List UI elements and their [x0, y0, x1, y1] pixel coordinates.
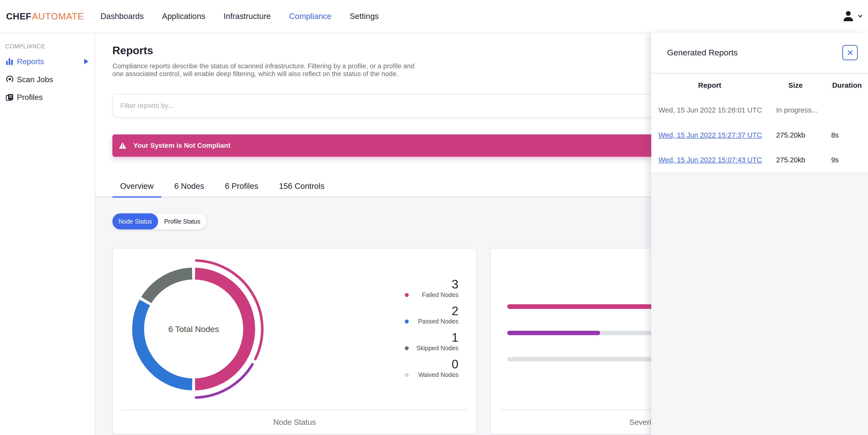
sidebar-item-label: Profiles: [17, 93, 42, 102]
legend-item-passed: 2 Passed Nodes: [398, 304, 458, 325]
brand-logo[interactable]: CHEFAUTOMATE: [6, 0, 84, 33]
navbar: CHEFAUTOMATE Dashboards Applications Inf…: [0, 0, 868, 33]
tab-overview[interactable]: Overview: [113, 176, 161, 197]
report-row: Wed, 15 Jun 2022 15:28:01 UTC In progres…: [651, 106, 868, 115]
legend-dot-passed: [405, 320, 409, 324]
donut-legend: 3 Failed Nodes 2 Passed Nodes 1 Skipped …: [398, 278, 458, 384]
column-header-duration: Duration: [832, 81, 862, 90]
sidebar-item-scan-jobs[interactable]: Scan Jobs: [0, 72, 95, 87]
warning-icon: [119, 142, 127, 149]
column-header-size: Size: [788, 81, 803, 90]
report-duration: 8s: [831, 131, 839, 139]
arrow-right-icon: [84, 59, 89, 64]
node-status-card: 6 Total Nodes 3 Failed Nodes 2 Passed No…: [113, 248, 476, 435]
brand-chef: CHEF: [6, 11, 31, 22]
toggle-profile-status[interactable]: Profile Status: [158, 213, 207, 229]
legend-value: 1: [398, 331, 458, 344]
brand-automate: AUTOMATE: [32, 11, 84, 22]
toggle-node-status[interactable]: Node Status: [113, 213, 158, 229]
status-toggle-group: Node Status Profile Status: [113, 213, 207, 229]
nav-item-applications[interactable]: Applications: [162, 12, 205, 21]
main-nav: Dashboards Applications Infrastructure C…: [100, 0, 379, 33]
legend-value: 3: [398, 278, 458, 291]
app-root: CHEFAUTOMATE Dashboards Applications Inf…: [0, 0, 868, 435]
nav-item-infrastructure[interactable]: Infrastructure: [223, 12, 271, 21]
sidebar-item-profiles[interactable]: Profiles: [0, 90, 95, 104]
legend-item-skipped: 1 Skipped Nodes: [398, 331, 458, 352]
nav-item-dashboards[interactable]: Dashboards: [100, 12, 144, 21]
report-size: 275.20kb: [776, 131, 805, 139]
report-date: Wed, 15 Jun 2022 15:28:01 UTC: [658, 106, 762, 114]
report-date-link[interactable]: Wed, 15 Jun 2022 15:27:37 UTC: [658, 131, 762, 139]
legend-value: 0: [398, 358, 458, 371]
generated-reports-table-section: Generated Reports Report Size Duration W…: [651, 33, 868, 173]
chevron-down-icon: [858, 14, 862, 18]
legend-label: Failed Nodes: [422, 291, 458, 298]
alert-text: Your System is Not Compliant: [133, 142, 230, 149]
legend-label: Skipped Nodes: [416, 344, 459, 352]
page-description-line1: Compliance reports describe the status o…: [113, 62, 414, 70]
report-row: Wed, 15 Jun 2022 15:07:43 UTC 275.20kb 9…: [651, 156, 868, 165]
page-description: Compliance reports describe the status o…: [113, 62, 414, 78]
legend-dot-skipped: [405, 346, 409, 350]
node-status-card-title: Node Status: [113, 418, 476, 427]
report-row: Wed, 15 Jun 2022 15:27:37 UTC 275.20kb 8…: [651, 131, 868, 140]
card-divider: [122, 409, 467, 410]
sidebar-item-reports[interactable]: Reports: [0, 54, 95, 69]
legend-value: 2: [398, 304, 458, 318]
donut-center-label: 6 Total Nodes: [168, 324, 219, 334]
report-size: In progress...: [776, 106, 817, 114]
legend-dot-failed: [405, 293, 409, 297]
legend-dot-waived: [405, 373, 409, 377]
panel-title: Generated Reports: [667, 48, 738, 57]
tab-nodes[interactable]: 6 Nodes: [166, 176, 212, 197]
user-menu[interactable]: [842, 0, 862, 33]
tab-profiles[interactable]: 6 Profiles: [217, 176, 266, 197]
sidebar: COMPLIANCE Reports Scan Jobs: [0, 33, 95, 435]
close-icon: [847, 50, 853, 56]
report-duration: 9s: [831, 156, 839, 164]
legend-label: Waived Nodes: [418, 371, 459, 378]
legend-label: Passed Nodes: [418, 318, 459, 325]
page-description-line2: one associated control, will enable deep…: [113, 70, 414, 78]
sidebar-item-label: Reports: [17, 57, 44, 66]
nav-item-compliance[interactable]: Compliance: [289, 12, 331, 21]
severity-bar-fill: [507, 331, 600, 335]
legend-item-waived: 0 Waived Nodes: [398, 358, 458, 379]
column-header-report: Report: [698, 81, 721, 90]
legend-item-failed: 3 Failed Nodes: [398, 278, 458, 299]
report-size: 275.20kb: [776, 156, 805, 164]
bar-chart-icon: [5, 57, 14, 66]
nav-item-settings[interactable]: Settings: [350, 12, 379, 21]
sidebar-item-label: Scan Jobs: [17, 75, 53, 84]
user-icon: [842, 11, 854, 22]
report-date-link[interactable]: Wed, 15 Jun 2022 15:07:43 UTC: [658, 156, 762, 164]
generated-reports-panel: Generated Reports Report Size Duration W…: [651, 33, 868, 435]
page-title: Reports: [113, 44, 153, 57]
panel-header-divider: [651, 73, 868, 73]
documents-icon: [5, 93, 14, 102]
tab-controls[interactable]: 156 Controls: [271, 176, 332, 197]
scan-target-icon: [5, 75, 14, 83]
sidebar-section-label: COMPLIANCE: [5, 43, 45, 50]
close-button[interactable]: [842, 45, 858, 60]
